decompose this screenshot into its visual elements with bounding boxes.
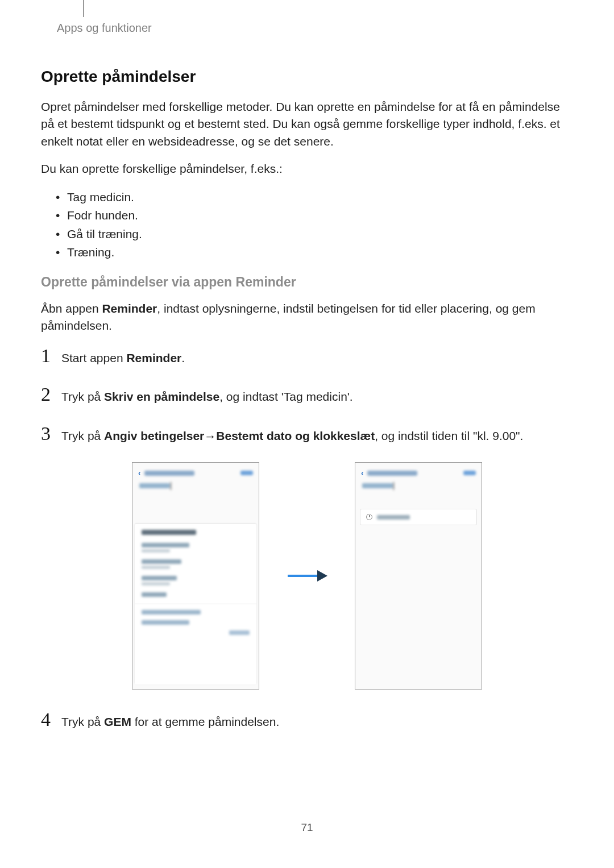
screenshot-save-blur: [240, 471, 253, 475]
svg-marker-1: [317, 570, 327, 582]
text-part: Tryk på: [61, 429, 104, 442]
page-content: Apps og funktioner Oprette påmindelser O…: [0, 0, 614, 731]
step-1: 1 Start appen Reminder.: [41, 345, 573, 367]
step-number: 4: [41, 709, 61, 730]
section-title: Oprette påmindelser: [41, 68, 573, 86]
text-part: Tryk på: [61, 715, 104, 728]
subsection-intro: Åbn appen Reminder, indtast oplysningern…: [41, 300, 573, 335]
row-main-blur: [142, 576, 177, 580]
divider: [135, 604, 256, 604]
screenshot-right: ‹: [355, 462, 482, 690]
sheet-row: [142, 576, 250, 585]
sheet-row: [142, 559, 250, 569]
step-4: 4 Tryk på GEM for at gemme påmindelsen.: [41, 709, 573, 730]
input-text-blur: [362, 483, 393, 488]
step-number: 1: [41, 345, 61, 367]
text-part: .: [181, 351, 185, 364]
row-sub-blur: [142, 566, 170, 569]
list-item: Gå til træning.: [56, 225, 573, 244]
step-number: 2: [41, 384, 61, 405]
bold-label: Reminder: [126, 351, 181, 364]
screenshot-left: ‹: [132, 462, 259, 690]
row-main-blur: [142, 592, 167, 597]
breadcrumb: Apps og funktioner: [57, 22, 573, 35]
sheet-row: [142, 592, 250, 597]
steps-container: 1 Start appen Reminder. 2 Tryk på Skriv …: [41, 345, 573, 446]
list-item: Træning.: [56, 243, 573, 262]
screenshot-title-blur: [367, 471, 417, 476]
screenshot-input-area: [132, 481, 259, 499]
text-part: Start appen: [61, 351, 126, 364]
text-part: for at gemme påmindelsen.: [131, 715, 279, 728]
bold-label: GEM: [104, 715, 131, 728]
row-main-blur: [142, 543, 189, 547]
screenshot-row: ‹: [41, 462, 573, 690]
transition-arrow-icon: [287, 569, 327, 583]
step-text: Tryk på GEM for at gemme påmindelsen.: [61, 713, 279, 730]
bold-label: Skriv en påmindelse: [104, 390, 219, 403]
step-number: 3: [41, 423, 61, 445]
row-sub-blur: [142, 549, 170, 553]
step-3: 3 Tryk på Angiv betingelser → Bestemt da…: [41, 423, 573, 446]
examples-list: Tag medicin. Fodr hunden. Gå til træning…: [56, 188, 573, 262]
app-name-bold: Reminder: [102, 302, 157, 315]
intro-paragraph-1: Opret påmindelser med forskellige metode…: [41, 98, 573, 150]
sheet-cancel-blur: [229, 630, 250, 635]
chip-text-blur: [377, 515, 410, 520]
intro-paragraph-2: Du kan oprette forskellige påmindelser, …: [41, 160, 573, 177]
step-2: 2 Tryk på Skriv en påmindelse, og indtas…: [41, 384, 573, 405]
text-part: Tryk på: [61, 390, 104, 403]
text-part: , og indtast 'Tag medicin'.: [219, 390, 352, 403]
step-text: Start appen Reminder.: [61, 350, 185, 367]
condition-chip: [360, 509, 477, 525]
screenshot-title-blur: [144, 471, 194, 476]
text-cursor-icon: [171, 482, 172, 490]
text-part: Åbn appen: [41, 302, 102, 315]
text-part: , og indstil tiden til "kl. 9.00".: [375, 429, 523, 442]
screenshot-header: ‹: [355, 463, 482, 481]
back-chevron-icon: ‹: [138, 468, 141, 477]
input-text-blur: [139, 483, 170, 488]
sheet-title-blur: [142, 530, 196, 535]
row-main-blur: [142, 559, 181, 564]
screenshot-save-blur: [463, 471, 476, 475]
bold-label: Bestemt dato og klokkeslæt: [216, 429, 375, 442]
step-text: Tryk på Skriv en påmindelse, og indtast …: [61, 388, 353, 405]
screenshot-header: ‹: [132, 463, 259, 481]
list-item: Fodr hunden.: [56, 206, 573, 225]
text-cursor-icon: [393, 482, 395, 490]
conditions-sheet: [135, 524, 256, 684]
clock-icon: [366, 514, 372, 520]
page-number: 71: [301, 821, 313, 834]
arrow-right-icon: →: [204, 428, 216, 445]
steps-container-2: 4 Tryk på GEM for at gemme påmindelsen.: [41, 709, 573, 730]
page-margin-marker: [83, 0, 84, 17]
sheet-row: [142, 543, 250, 553]
list-item: Tag medicin.: [56, 188, 573, 207]
row-sub-blur: [142, 582, 170, 585]
screenshot-input-area: [355, 481, 482, 499]
back-chevron-icon: ‹: [361, 468, 364, 477]
bold-label: Angiv betingelser: [104, 429, 204, 442]
sheet-link-blur: [142, 610, 201, 614]
sheet-link-blur: [142, 620, 189, 625]
subsection-title: Oprette påmindelser via appen Reminder: [41, 275, 573, 290]
step-text: Tryk på Angiv betingelser → Bestemt dato…: [61, 427, 523, 446]
